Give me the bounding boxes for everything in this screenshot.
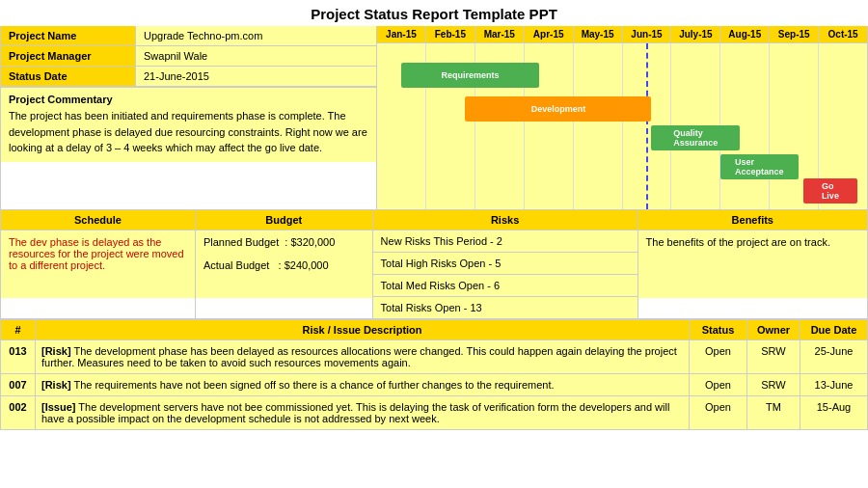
gantt-col-May-15: May-15 [574, 26, 623, 42]
budget-content: Planned Budget : $320,000 Actual Budget … [196, 230, 372, 298]
schedule-content: The dev phase is delayed as the resource… [1, 230, 195, 298]
row-due-2: 15-Aug [800, 396, 868, 430]
budget-cell: Budget Planned Budget : $320,000 Actual … [196, 210, 373, 318]
table-row-0: 013[Risk] The development phase has been… [1, 340, 868, 374]
commentary-box: Project Commentary The project has been … [1, 87, 376, 162]
gantt-bar-4: Go Live [803, 178, 857, 203]
risk-item-2: Total Med Risks Open - 6 [373, 275, 637, 297]
status-date-label: Status Date [1, 67, 136, 86]
row-status-2: Open [690, 396, 747, 430]
row-id-2: 002 [1, 396, 36, 430]
planned-budget-label: Planned Budget [203, 236, 279, 248]
gantt-panel: Jan-15Feb-15Mar-15Apr-15May-15Jun-15July… [377, 26, 867, 209]
row-status-1: Open [690, 374, 747, 396]
risk-item-1: Total High Risks Open - 5 [373, 253, 637, 275]
row-desc-2: [Issue] The development servers have not… [36, 396, 690, 430]
planned-budget: Planned Budget : $320,000 [203, 236, 365, 248]
benefits-content: The benefits of the project are on track… [638, 230, 867, 298]
table-row-2: 002[Issue] The development servers have … [1, 396, 868, 430]
project-name-label: Project Name [1, 26, 136, 45]
schedule-cell: Schedule The dev phase is delayed as the… [1, 210, 196, 318]
risks-list: New Risks This Period - 2Total High Risk… [373, 230, 637, 318]
row-id-0: 013 [1, 340, 36, 374]
gantt-col-Jun-15: Jun-15 [623, 26, 672, 42]
row-due-1: 13-June [800, 374, 868, 396]
row-owner-0: SRW [747, 340, 800, 374]
gantt-col-Mar-15: Mar-15 [475, 26, 525, 42]
row-due-0: 25-June [800, 340, 868, 374]
gantt-col-July-15: July-15 [671, 26, 720, 42]
gantt-bar-0: Requirements [401, 63, 538, 88]
page-title: Project Status Report Template PPT [0, 0, 868, 26]
middle-section: Schedule The dev phase is delayed as the… [0, 210, 868, 319]
actual-budget: Actual Budget : $240,000 [203, 259, 365, 271]
risk-item-0: New Risks This Period - 2 [373, 230, 637, 253]
budget-header: Budget [196, 210, 372, 230]
table-row-1: 007[Risk] The requirements have not been… [1, 374, 868, 396]
commentary-text: The project has been initiated and requi… [9, 108, 368, 156]
col-owner: Owner [747, 320, 800, 340]
gantt-col-Sep-15: Sep-15 [770, 26, 819, 42]
col-description: Risk / Issue Description [36, 320, 690, 340]
schedule-header: Schedule [1, 210, 195, 230]
project-name-row: Project Name Upgrade Techno-pm.com [1, 26, 376, 46]
gantt-bar-1: Development [465, 96, 651, 122]
gantt-col-Apr-15: Apr-15 [525, 26, 574, 42]
project-manager-value: Swapnil Wale [136, 46, 376, 66]
col-number: # [1, 320, 36, 340]
gantt-body: RequirementsDevelopmentQuality Assurance… [377, 43, 867, 209]
row-desc-1: [Risk] The requirements have not been si… [36, 374, 690, 396]
gantt-dashed-line [646, 43, 648, 209]
project-manager-row: Project Manager Swapnil Wale [1, 46, 376, 67]
col-status: Status [690, 320, 747, 340]
row-desc-0: [Risk] The development phase has been de… [36, 340, 690, 374]
commentary-title: Project Commentary [9, 94, 368, 105]
risk-issue-table: # Risk / Issue Description Status Owner … [0, 319, 868, 430]
gantt-col-Jan-15: Jan-15 [377, 26, 426, 42]
planned-budget-value: : $320,000 [285, 236, 335, 248]
gantt-col-Aug-15: Aug-15 [720, 26, 770, 42]
gantt-bar-3: User Acceptance [720, 154, 799, 179]
gantt-col-Oct-15: Oct-15 [819, 26, 867, 42]
row-id-1: 007 [1, 374, 36, 396]
table-header-row: # Risk / Issue Description Status Owner … [1, 320, 868, 340]
actual-budget-label: Actual Budget [203, 259, 270, 271]
gantt-col-Feb-15: Feb-15 [426, 26, 475, 42]
risk-item-3: Total Risks Open - 13 [373, 297, 637, 318]
risks-header: Risks [373, 210, 637, 230]
gantt-header: Jan-15Feb-15Mar-15Apr-15May-15Jun-15July… [377, 26, 867, 43]
row-owner-1: SRW [747, 374, 800, 396]
status-date-row: Status Date 21-June-2015 [1, 67, 376, 87]
risks-cell: Risks New Risks This Period - 2Total Hig… [373, 210, 638, 318]
benefits-header: Benefits [638, 210, 867, 230]
status-date-value: 21-June-2015 [136, 67, 376, 86]
actual-budget-value: : $240,000 [279, 259, 329, 271]
row-owner-2: TM [747, 396, 800, 430]
project-name-value: Upgrade Techno-pm.com [136, 26, 376, 45]
top-section: Project Name Upgrade Techno-pm.com Proje… [0, 26, 868, 210]
risk-table-body: 013[Risk] The development phase has been… [1, 340, 868, 430]
benefits-cell: Benefits The benefits of the project are… [638, 210, 867, 318]
project-manager-label: Project Manager [1, 46, 136, 66]
col-due: Due Date [800, 320, 868, 340]
gantt-bar-2: Quality Assurance [651, 125, 739, 150]
row-status-0: Open [690, 340, 747, 374]
info-panel: Project Name Upgrade Techno-pm.com Proje… [1, 26, 377, 209]
